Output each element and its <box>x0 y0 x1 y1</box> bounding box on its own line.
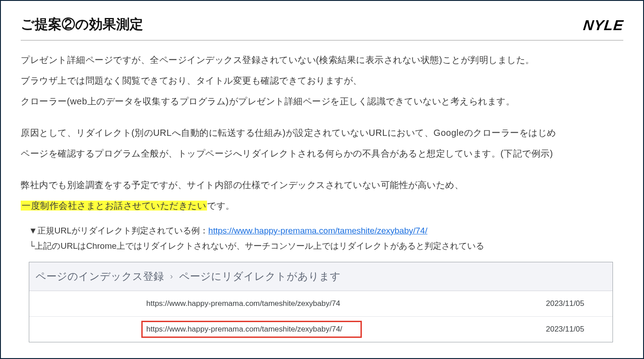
example-line: ▼正規URLがリダイレクト判定されている例：https://www.happy-… <box>29 223 623 238</box>
paragraph: ブラウザ上では問題なく閲覧できており、タイトル変更も確認できておりますが、 <box>21 72 623 89</box>
breadcrumb-item: ページのインデックス登録 <box>36 269 164 283</box>
title-divider <box>21 40 623 40</box>
paragraph: 一度制作会社さまとお話させていただきたいです。 <box>21 197 623 214</box>
row-pad <box>29 317 146 342</box>
paragraph: プレゼント詳細ページですが、全ページインデックス登録されていない(検索結果に表示… <box>21 51 623 68</box>
paragraph: 原因として、リダイレクト(別のURLへ自動的に転送する仕組み)が設定されていない… <box>21 124 623 141</box>
body-copy: プレゼント詳細ページですが、全ページインデックス登録されていない(検索結果に表示… <box>21 51 623 214</box>
row-pad <box>29 291 146 316</box>
row-date: 2023/11/05 <box>546 299 612 308</box>
row-date: 2023/11/05 <box>546 325 612 334</box>
slide: ご提案②の効果測定 NYLE プレゼント詳細ページですが、全ページインデックス登… <box>0 0 644 359</box>
example-prefix: ▼正規URLがリダイレクト判定されている例： <box>29 226 208 235</box>
breadcrumb: ページのインデックス登録 › ページにリダイレクトがあります <box>29 262 612 291</box>
table-row: https://www.happy-premama.com/tameshite/… <box>29 291 612 317</box>
paragraph: 弊社内でも別途調査をする予定ですが、サイト内部の仕様でインデックスされていない可… <box>21 176 623 193</box>
chevron-right-icon: › <box>170 272 173 281</box>
paragraph-tail: です。 <box>207 201 235 211</box>
breadcrumb-item: ページにリダイレクトがあります <box>179 269 341 283</box>
header: ご提案②の効果測定 NYLE <box>21 15 623 34</box>
row-url: https://www.happy-premama.com/tameshite/… <box>146 299 546 308</box>
table-row: https://www.happy-premama.com/tameshite/… <box>29 317 612 342</box>
highlighted-text: 一度制作会社さまとお話させていただきたい <box>21 201 207 211</box>
example-note: └上記のURLはChrome上ではリダイレクトされないが、サーチコンソール上では… <box>29 238 623 254</box>
example-block: ▼正規URLがリダイレクト判定されている例：https://www.happy-… <box>29 223 623 254</box>
paragraph: クローラー(web上のデータを収集するプログラム)がプレゼント詳細ページを正しく… <box>21 93 623 110</box>
brand-logo: NYLE <box>582 17 624 34</box>
page-title: ご提案②の効果測定 <box>21 15 143 34</box>
paragraph: ページを確認するプログラム全般が、トップページへリダイレクトされる何らかの不具合… <box>21 145 623 162</box>
example-url-link[interactable]: https://www.happy-premama.com/tameshite/… <box>208 226 428 235</box>
search-console-panel: ページのインデックス登録 › ページにリダイレクトがあります https://w… <box>29 262 613 342</box>
row-url-highlighted: https://www.happy-premama.com/tameshite/… <box>143 322 360 337</box>
